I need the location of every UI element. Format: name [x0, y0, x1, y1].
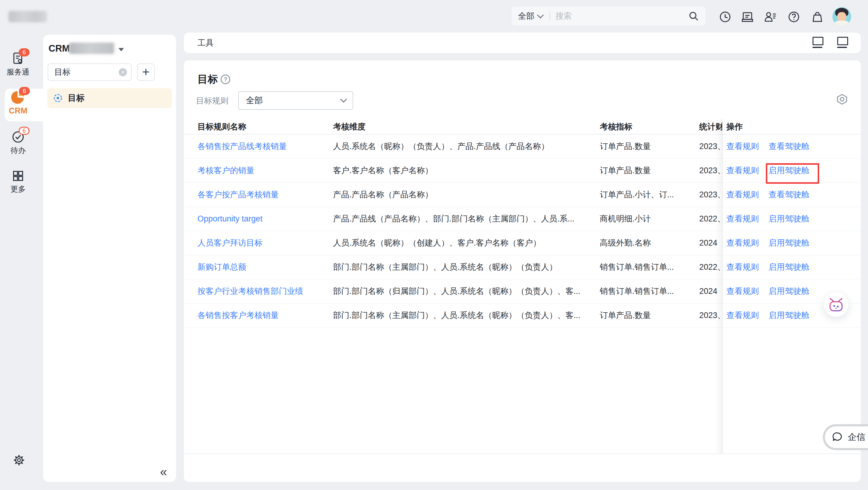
col-header-dimension: 考核维度 [333, 121, 366, 132]
dimension-cell: 客户.客户名称（客户名称） [333, 165, 433, 176]
search-icon[interactable] [688, 10, 699, 22]
view-rule-link[interactable]: 查看规则 [726, 310, 759, 321]
metric-cell: 销售订单.销售订单... [600, 286, 674, 296]
rule-name-link[interactable]: 各客户按产品考核销量 [197, 189, 279, 200]
todo-check-icon: 6 [11, 131, 25, 144]
sidebar-item-service[interactable]: 6 服务通 [0, 52, 36, 77]
sidebar-item-more[interactable]: 更多 [0, 170, 36, 194]
enable-dashboard-link[interactable]: 启用驾驶舱 [769, 310, 809, 321]
inbox-icon[interactable] [741, 10, 754, 24]
bag-icon[interactable] [811, 10, 824, 24]
tools-tab-bar: 工具 [184, 33, 861, 53]
view-rule-link[interactable]: 查看规则 [726, 141, 759, 152]
table-row: 考核客户的销量 客户.客户名称（客户名称） 订单产品.数量 2023、 查看规则… [184, 158, 861, 183]
divider [550, 11, 550, 21]
caret-down-icon[interactable] [119, 48, 124, 51]
dimension-cell: 产品.产品线（产品名称）、部门.部门名称（主属部门）、人员.系... [333, 213, 575, 224]
sidebar-item-label: 更多 [10, 184, 26, 194]
contacts-icon[interactable] [764, 10, 777, 24]
table-row: 各客户按产品考核销量 产品.产品名称（产品名称） 订单产品.小计、订... 20… [184, 182, 861, 207]
search-value: 目标 [54, 67, 119, 78]
rule-name-link[interactable]: 考核客户的销量 [197, 165, 254, 176]
column-divider [722, 119, 723, 454]
highlight-red-box [766, 163, 819, 184]
service-doc-wrench-icon: 6 [12, 52, 24, 65]
sidebar-item-label: CRM [9, 106, 27, 116]
service-badge: 6 [19, 48, 30, 56]
metric-cell: 订单产品.数量 [600, 165, 651, 176]
view-rule-link[interactable]: 查看规则 [726, 165, 759, 176]
view-rule-link[interactable]: 查看规则 [726, 213, 759, 224]
panel-title: CRM [49, 43, 70, 54]
clear-icon[interactable]: × [119, 68, 127, 76]
enable-dashboard-link[interactable]: 启用驾驶舱 [769, 237, 809, 248]
sidebar-item-crm[interactable]: 6 CRM [0, 90, 36, 116]
table-row: Opportunity target 产品.产品线（产品名称）、部门.部门名称（… [184, 207, 861, 231]
nav-item-target[interactable]: 目标 [47, 88, 172, 108]
view-rule-link[interactable]: 查看规则 [726, 286, 759, 296]
settings-gear-icon[interactable] [13, 454, 25, 466]
sidebar-item-label: 服务通 [7, 67, 30, 77]
metric-cell: 商机明细.小计 [600, 213, 651, 224]
collapse-panel-icon[interactable]: « [160, 466, 167, 478]
dimension-cell: 部门.部门名称（主属部门）、人员.系统名（昵称）（负责人） [333, 262, 557, 272]
view-rule-link[interactable]: 查看规则 [726, 189, 759, 200]
enable-dashboard-link[interactable]: 启用驾驶舱 [769, 262, 809, 272]
metric-cell: 订单产品.数量 [600, 310, 651, 321]
col-header-rule-name: 目标规则名称 [197, 121, 246, 132]
tab-tools[interactable]: 工具 [197, 33, 214, 53]
target-rules-panel: 目标 ? 目标规则 全部 目标规则名称 考核维度 考核指标 统计财 操作 各销售… [184, 60, 861, 482]
rule-name-link[interactable]: 各销售按客户考核销量 [197, 310, 279, 321]
view-dashboard-link[interactable]: 查看驾驶舱 [769, 141, 809, 152]
qixin-chat-button[interactable]: 企信 [823, 424, 868, 450]
table-row: 各销售按客户考核销量 部门.部门名称（主属部门）、人员.系统名（昵称）（负责人）… [184, 303, 861, 328]
sidebar-item-todo[interactable]: 6 待办 [0, 131, 36, 155]
rule-name-link[interactable]: 各销售按产品线考核销量 [197, 141, 287, 152]
enable-dashboard-link[interactable]: 启用驾驶舱 [769, 286, 809, 296]
frozen-column-shadow [715, 119, 722, 454]
enable-dashboard-link[interactable]: 启用驾驶舱 [769, 213, 809, 224]
rule-name-link[interactable]: 人员客户拜访目标 [197, 237, 262, 248]
crm-navigation-panel: CRM 目标 × + 目标 « [43, 35, 176, 482]
help-icon[interactable] [787, 10, 801, 24]
metric-cell: 订单产品.小计、订... [600, 189, 674, 200]
search-scope-select[interactable]: 全部 [518, 10, 534, 22]
rule-name-link[interactable]: 新购订单总额 [197, 262, 246, 272]
dimension-cell: 人员.系统名（昵称）（负责人）、产品.产品线（产品名称） [333, 141, 549, 152]
table-row: 人员客户拜访目标 人员.系统名（昵称）（创建人）、客户.客户名称（客户） 高级外… [184, 231, 861, 255]
dimension-cell: 部门.部门名称（归属部门）、人员.系统名（昵称）（负责人）、客... [333, 286, 581, 296]
global-search[interactable]: 全部 搜索 [512, 7, 706, 25]
rule-filter-select[interactable]: 全部 [238, 91, 353, 110]
table-settings-icon[interactable] [837, 93, 847, 105]
dimension-cell: 人员.系统名（昵称）（创建人）、客户.客户名称（客户） [333, 237, 541, 248]
company-logo [8, 11, 47, 22]
table-row: 按客户行业考核销售部门业绩 部门.部门名称（归属部门）、人员.系统名（昵称）（负… [184, 279, 861, 304]
search-input[interactable]: 搜索 [555, 10, 688, 22]
help-icon[interactable]: ? [221, 75, 230, 84]
col-header-actions: 操作 [726, 121, 743, 132]
chat-bubble-icon [832, 431, 844, 443]
rule-name-link[interactable]: Opportunity target [197, 214, 262, 224]
history-icon[interactable] [718, 10, 732, 24]
assistant-robot-button[interactable] [824, 292, 848, 317]
table-bottom-divider [184, 454, 861, 454]
add-button[interactable]: + [137, 63, 155, 81]
dimension-cell: 产品.产品名称（产品名称） [333, 189, 433, 200]
select-value: 全部 [246, 95, 263, 106]
rule-name-link[interactable]: 按客户行业考核销售部门业绩 [197, 286, 303, 296]
redacted-subtitle [69, 42, 114, 54]
sidebar-item-label: 待办 [10, 145, 26, 155]
open-fullscreen-icon[interactable] [837, 37, 847, 49]
chat-label: 企信 [848, 431, 865, 443]
panel-search-input[interactable]: 目标 × [48, 63, 132, 81]
view-rule-link[interactable]: 查看规则 [726, 262, 759, 272]
view-dashboard-link[interactable]: 查看驾驶舱 [769, 189, 809, 200]
col-header-metric: 考核指标 [600, 121, 632, 132]
view-rule-link[interactable]: 查看规则 [726, 237, 759, 248]
user-avatar[interactable] [832, 7, 851, 26]
metric-cell: 销售订单.销售订单... [600, 262, 674, 272]
table-row: 新购订单总额 部门.部门名称（主属部门）、人员.系统名（昵称）（负责人） 销售订… [184, 255, 861, 279]
open-window-icon[interactable] [812, 37, 823, 49]
target-bullseye-icon [53, 93, 63, 103]
chevron-down-icon [340, 96, 347, 103]
